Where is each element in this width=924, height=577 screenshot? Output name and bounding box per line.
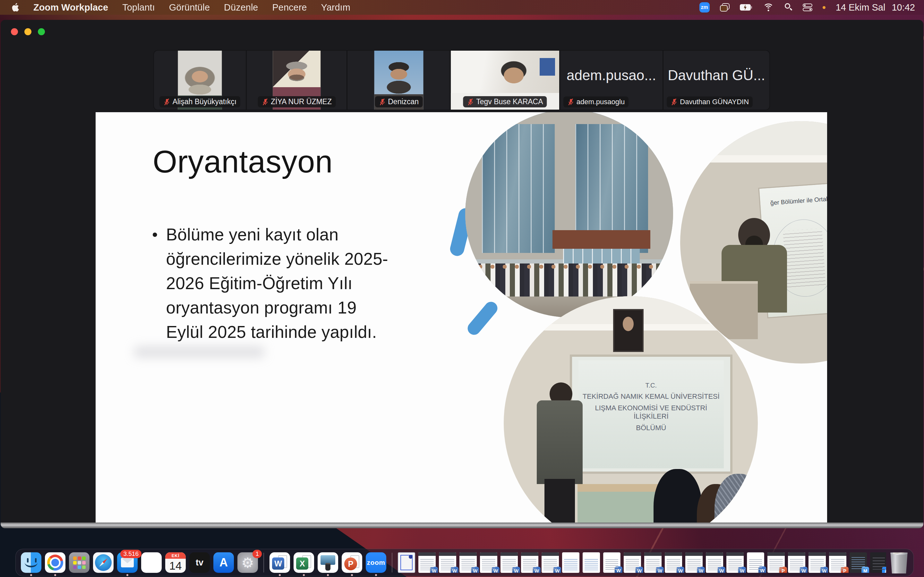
participant-display-name: adem.pusao... [560,67,663,83]
bullet-glyph: • [152,222,158,344]
minimized-window[interactable]: W [521,552,538,573]
menu-yardim[interactable]: Yardım [321,2,350,13]
participant-name: Alişah Büyükyatıkçı [173,97,236,106]
participant-name-badge: Alişah Büyükyatıkçı [160,96,240,107]
trash-icon[interactable] [890,552,908,574]
running-indicator [351,574,353,576]
menubar-date: 14 Ekim Sal [836,2,885,13]
chrome-icon [45,552,65,573]
zoom-status-icon[interactable]: zm [699,2,710,13]
student-group [475,263,662,299]
appstore-icon: A [213,552,234,573]
slide-bullet: • Bölüme yeni kayıt olan öğrencilerimize… [152,222,388,344]
student-hijab-dark [654,469,702,522]
dock-divider [263,553,264,572]
participant-tile-adem[interactable]: adem.pusao... adem.pusaoglu [560,51,663,110]
participant-tile-denizcan[interactable]: Denizcan [347,51,450,110]
presenter-legs [544,479,575,522]
menu-toplanti[interactable]: Toplantı [122,2,155,13]
minimized-window[interactable] [583,552,600,573]
menu-duzenle[interactable]: Düzenle [224,2,258,13]
blue-brush-stroke [465,299,500,337]
minimized-window[interactable]: W [788,552,805,573]
minimized-window[interactable]: W [644,552,662,573]
wifi-icon[interactable] [763,3,774,11]
running-indicator [126,574,128,576]
bullet-text: Bölüme yeni kayıt olan öğrencilerimize y… [166,222,388,344]
dock-zoom[interactable]: zoom [366,552,386,573]
word-app-badge: W [821,567,828,573]
classroom-desk [577,484,669,492]
minimized-window[interactable]: W [459,552,477,573]
muted-mic-icon [567,98,574,106]
minimized-window[interactable]: P [829,552,846,573]
participant-name: Davuthan GÜNAYDIN [680,98,749,106]
apple-menu-icon[interactable] [11,3,19,12]
dock-appstore[interactable]: A [213,552,234,573]
dock-appletv[interactable]: tv [189,552,210,573]
minimized-window[interactable]: W [685,552,703,573]
dock-calendar[interactable]: EKİ14 [165,552,186,573]
minimized-window[interactable]: M [850,552,867,573]
close-button[interactable] [11,28,18,35]
word-app-badge: W [800,567,808,573]
mic-in-use-indicator [822,6,825,9]
control-center-icon[interactable] [803,3,813,11]
finder-icon [21,552,41,573]
minimized-windows: WWWWWWWWWWWWWWWPWWPMz [398,552,886,573]
minimized-window[interactable]: W [624,552,641,573]
participant-tile-alisah[interactable]: Alişah Büyükyatıkçı [154,51,246,110]
minimized-window[interactable]: W [541,552,559,573]
dock-mail[interactable]: 3.516 [117,552,137,573]
minimized-window[interactable]: W [747,552,764,573]
dock-finder[interactable] [21,552,41,573]
minimized-window[interactable]: W [706,552,723,573]
participant-tile-davuthan[interactable]: Davuthan GÜ... Davuthan GÜNAYDIN [664,51,769,110]
minimized-window[interactable]: W [501,552,518,573]
dock-safari[interactable] [93,552,113,573]
spotlight-search-icon[interactable] [784,3,792,11]
menubar-app-name[interactable]: Zoom Workplace [33,2,108,13]
dock-preview[interactable] [318,552,338,573]
muted-mic-icon [163,98,170,106]
safari-icon [93,552,113,573]
minimized-window[interactable]: P [767,552,785,573]
menu-pencere[interactable]: Pencere [272,2,307,13]
dock-launchpad[interactable] [69,552,89,573]
settings-badge: 1 [252,550,262,558]
minimize-button[interactable] [24,28,31,35]
minimized-window[interactable]: W [665,552,682,573]
participant-tile-ziya[interactable]: ZİYA NUR ÜZMEZ [247,51,347,110]
minimized-window[interactable]: W [480,552,497,573]
ppt-app-badge: P [779,567,787,573]
minimized-window[interactable] [398,552,415,573]
word-app-badge: W [718,567,725,573]
slide-smudge [134,346,265,358]
minimized-window[interactable]: z [870,552,886,573]
minimized-window[interactable]: W [726,552,744,573]
dock-word[interactable]: W [270,552,290,573]
zoom-meeting-window: Alişah Büyükyatıkçı ZİYA NUR ÜZMEZ Deniz… [1,20,923,528]
minimized-window[interactable]: W [439,552,456,573]
word-app-badge: W [636,567,643,573]
dock-powerpoint[interactable]: P [342,552,362,573]
minimized-window[interactable]: W [418,552,436,573]
presentation-slide: Oryantasyon • Bölüme yeni kayıt olan öğr… [95,112,827,522]
menubar-clock[interactable]: 14 Ekim Sal 10:42 [836,2,915,13]
dock-excel[interactable]: X [294,552,314,573]
dock-settings[interactable]: ⚙1 [237,552,258,573]
minimized-window[interactable] [562,552,580,573]
minimized-window[interactable]: W [809,552,826,573]
participant-tile-tegv[interactable]: Tegv Buse KARACA [451,51,559,110]
dock-divider [392,553,393,572]
fullscreen-button[interactable] [38,28,45,35]
calendar-icon: EKİ14 [165,552,186,573]
excel-icon: X [294,552,314,573]
screen-mirroring-icon[interactable] [720,3,730,11]
battery-icon[interactable] [740,4,753,11]
menu-goruntule[interactable]: Görüntüle [169,2,210,13]
minimized-window[interactable]: W [603,552,620,573]
dock-chrome[interactable] [45,552,65,573]
menubar-time: 10:42 [892,2,915,13]
dock-photos[interactable] [141,552,162,573]
